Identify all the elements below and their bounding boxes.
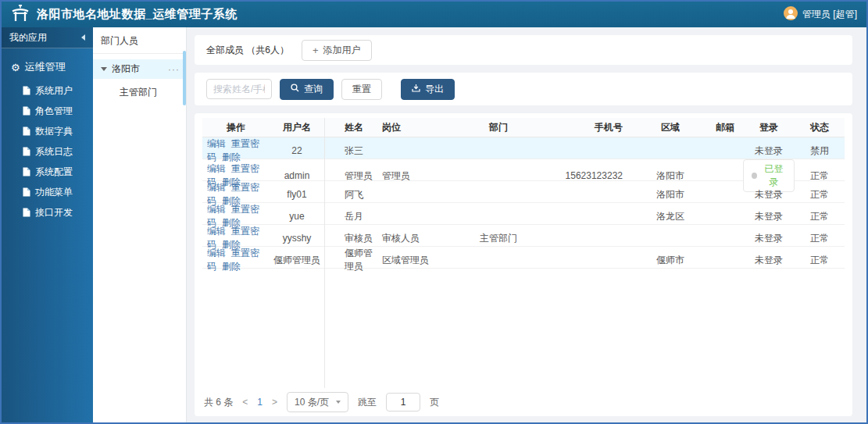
row-action-delete[interactable]: 删除 — [222, 151, 241, 162]
cell-name: 阿飞 — [324, 188, 376, 201]
table-header: 操作用户名姓名岗位部门手机号区域邮箱登录状态 — [202, 118, 845, 137]
row-action-edit[interactable]: 编辑 — [207, 204, 226, 215]
current-page[interactable]: 1 — [257, 397, 263, 408]
apps-label: 我的应用 — [9, 31, 47, 45]
more-icon[interactable]: ··· — [168, 64, 180, 75]
sidebar-group-ops-management[interactable]: ⚙ 运维管理 — [2, 58, 93, 80]
export-label: 导出 — [425, 83, 444, 96]
cell-status: 正常 — [795, 210, 845, 223]
cell-actions: 编辑重置密码删除 — [202, 137, 270, 164]
app-window: 洛阳市地名地址数据_运维管理子系统 管理员 [超管] 我的应用 ⚙ 运维管理 — [0, 0, 868, 424]
document-icon — [23, 167, 30, 176]
row-action-edit[interactable]: 编辑 — [207, 182, 226, 193]
tree-node-supervisory-dept[interactable]: 主管部门 — [93, 79, 186, 99]
search-toolbar: 查询 重置 导出 — [195, 73, 852, 105]
cell-dept: 主管部门 — [441, 232, 555, 245]
sidebar-item-system-logs[interactable]: 系统日志 — [2, 141, 93, 162]
caret-down-icon[interactable] — [101, 67, 107, 71]
sidebar-item-api-development[interactable]: 接口开发 — [2, 202, 93, 223]
login-status-text: 已登录 — [762, 162, 786, 189]
document-icon — [23, 86, 30, 95]
members-count-label: 全部成员 （共6人） — [206, 44, 289, 57]
column-header-phone: 手机号 — [555, 121, 634, 134]
row-action-edit[interactable]: 编辑 — [207, 163, 226, 174]
column-header-status: 状态 — [795, 121, 845, 134]
sidebar-menu: ⚙ 运维管理 系统用户角色管理数据字典系统日志系统配置功能菜单接口开发 — [2, 48, 93, 223]
sidebar-item-system-users[interactable]: 系统用户 — [2, 80, 93, 101]
cell-login: 未登录 — [743, 188, 795, 201]
reset-button[interactable]: 重置 — [341, 79, 382, 100]
document-icon — [23, 147, 30, 156]
cell-username: yysshy — [270, 233, 324, 244]
app-header: 洛阳市地名地址数据_运维管理子系统 管理员 [超管] — [2, 2, 866, 27]
row-action-edit[interactable]: 编辑 — [207, 248, 226, 258]
main-content: 全部成员 （共6人） + 添加用户 查询 — [187, 27, 866, 422]
sidebar-item-label: 系统配置 — [35, 166, 73, 179]
search-input[interactable] — [206, 79, 272, 99]
row-action-edit[interactable]: 编辑 — [207, 226, 226, 237]
cell-phone: 15623123232 — [555, 170, 634, 181]
next-page-button[interactable]: > — [272, 397, 277, 408]
panel-scrollbar[interactable] — [183, 51, 186, 105]
column-header-region: 区域 — [634, 121, 707, 134]
row-action-edit[interactable]: 编辑 — [207, 138, 226, 149]
cell-name: 岳月 — [324, 210, 376, 223]
cell-username: fly01 — [270, 189, 324, 200]
row-action-delete[interactable]: 删除 — [222, 261, 241, 272]
export-icon — [412, 84, 420, 94]
cell-region: 洛龙区 — [634, 210, 707, 223]
tree-node-luoyang[interactable]: 洛阳市 ··· — [93, 59, 186, 79]
column-header-post: 岗位 — [376, 121, 441, 134]
sidebar-item-data-dictionary[interactable]: 数据字典 — [2, 121, 93, 141]
document-icon — [23, 208, 30, 217]
user-table-card: 操作用户名姓名岗位部门手机号区域邮箱登录状态 编辑重置密码删除22张三未登录禁用… — [195, 113, 852, 416]
cell-status: 正常 — [795, 188, 845, 201]
table-row: 编辑重置密码删除22张三未登录禁用 — [202, 137, 845, 159]
add-user-label: 添加用户 — [323, 44, 361, 57]
sidebar-item-function-menu[interactable]: 功能菜单 — [2, 182, 93, 202]
cell-post: 区域管理员 — [376, 254, 441, 267]
sidebar-item-label: 数据字典 — [35, 125, 73, 138]
search-icon — [291, 84, 299, 94]
document-icon — [23, 187, 30, 197]
sidebar: 我的应用 ⚙ 运维管理 系统用户角色管理数据字典系统日志系统配置功能菜单接口开发 — [2, 27, 93, 422]
table-row: 编辑重置密码删除admin管理员管理员15623123232洛阳市已登录正常 — [202, 159, 845, 181]
column-header-dept: 部门 — [441, 121, 555, 134]
cell-post: 管理员 — [376, 169, 441, 183]
query-button[interactable]: 查询 — [280, 79, 334, 100]
document-icon — [23, 106, 30, 116]
total-count: 共 6 条 — [204, 396, 233, 409]
cell-status: 正常 — [795, 232, 845, 245]
user-table: 操作用户名姓名岗位部门手机号区域邮箱登录状态 编辑重置密码删除22张三未登录禁用… — [202, 118, 845, 388]
sidebar-item-system-config[interactable]: 系统配置 — [2, 162, 93, 182]
fixed-column-divider — [324, 118, 325, 388]
cell-login: 未登录 — [743, 232, 795, 245]
sidebar-header[interactable]: 我的应用 — [2, 27, 93, 48]
pagination: 共 6 条 < 1 > 10 条/页 跳至 页 — [202, 388, 845, 416]
user-menu[interactable]: 管理员 [超管] — [784, 6, 857, 23]
reset-label: 重置 — [352, 83, 371, 96]
sidebar-group-label: 运维管理 — [25, 60, 66, 74]
cell-login: 未登录 — [743, 210, 795, 223]
cell-region: 洛阳市 — [634, 188, 707, 201]
dept-panel-title: 部门人员 — [93, 27, 186, 54]
column-header-name: 姓名 — [324, 121, 376, 134]
sidebar-item-role-management[interactable]: 角色管理 — [2, 101, 93, 121]
add-user-button[interactable]: + 添加用户 — [302, 40, 372, 61]
export-button[interactable]: 导出 — [401, 79, 455, 100]
department-panel: 部门人员 洛阳市 ··· 主管部门 — [93, 27, 187, 422]
gear-icon: ⚙ — [11, 62, 20, 73]
status-dot-icon — [752, 173, 757, 179]
members-toolbar: 全部成员 （共6人） + 添加用户 — [195, 35, 852, 65]
app-logo-icon — [11, 5, 30, 24]
cell-name: 管理员 — [324, 169, 376, 183]
jump-page-input[interactable] — [386, 393, 420, 412]
cell-actions: 编辑重置密码删除 — [202, 247, 270, 273]
collapse-icon[interactable] — [81, 34, 85, 41]
page-size-select[interactable]: 10 条/页 — [287, 392, 348, 412]
cell-region: 洛阳市 — [634, 169, 707, 183]
cell-post: 审核人员 — [376, 232, 441, 245]
column-header-actions: 操作 — [202, 121, 270, 134]
prev-page-button[interactable]: < — [242, 397, 248, 408]
chevron-down-icon — [336, 401, 341, 404]
